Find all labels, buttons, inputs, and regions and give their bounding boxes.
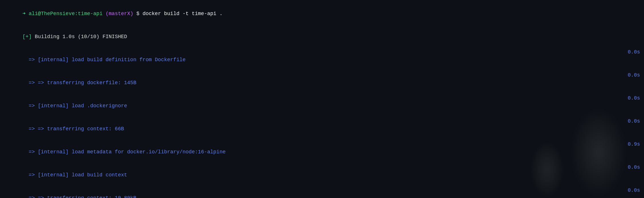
line-step1: => [internal] load build definition from… (4, 48, 640, 71)
step1-text: => [internal] load build definition from… (23, 57, 186, 63)
step5-text: => [internal] load metadata for docker.i… (23, 149, 226, 155)
step4-text: => => transferring context: 66B (23, 126, 124, 132)
command-text: docker build -t time-api . (142, 11, 223, 16)
line-build-status: [+] Building 1.0s (10/10) FINISHED (4, 25, 640, 48)
step2-text: => => transferring dockerfile: 145B (23, 80, 136, 86)
line-step7: => => transferring context: 19.89kB 0.0s (4, 187, 640, 198)
line-prompt-cmd: ➜ ali@ThePensieve:time-api (masterX) $ d… (4, 2, 640, 25)
line-step5: => [internal] load metadata for docker.i… (4, 141, 640, 164)
terminal-window: ➜ ali@ThePensieve:time-api (masterX) $ d… (0, 0, 644, 198)
line-step4: => => transferring context: 66B 0.0s (4, 117, 640, 141)
prompt-dollar: $ (133, 11, 142, 16)
step7-time: 0.0s (623, 187, 640, 194)
step3-time: 0.0s (623, 94, 640, 102)
step6-text: => [internal] load build context (23, 172, 127, 178)
step4-time: 0.0s (623, 117, 640, 125)
line-step2: => => transferring dockerfile: 145B 0.0s (4, 71, 640, 94)
build-status-text: Building 1.0s (10/10) FINISHED (35, 34, 127, 40)
prompt-space (103, 11, 106, 16)
prompt-user: ali@ThePensieve:time-api (28, 11, 102, 16)
step7-text: => => transferring context: 19.89kB (23, 195, 136, 198)
line-step6: => [internal] load build context 0.0s (4, 164, 640, 187)
step2-time: 0.0s (623, 71, 640, 79)
step6-time: 0.0s (623, 164, 640, 171)
step3-text: => [internal] load .dockerignore (23, 103, 127, 109)
prompt-arrow: ➜ (23, 11, 29, 16)
line-step3: => [internal] load .dockerignore 0.0s (4, 94, 640, 117)
step1-time: 0.0s (623, 48, 640, 56)
step5-time: 0.9s (623, 141, 640, 148)
build-plus: [+] (23, 34, 35, 40)
prompt-branch: (masterX) (106, 11, 133, 16)
